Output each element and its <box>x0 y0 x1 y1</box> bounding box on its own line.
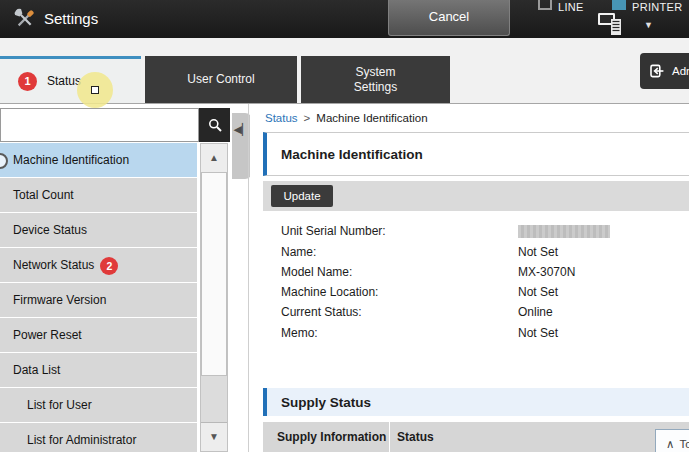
breadcrumb: Status>Machine Identification <box>265 112 428 124</box>
field-label-model: Model Name: <box>281 265 352 279</box>
breadcrumb-separator: > <box>304 112 311 124</box>
sidebar-item-list-for-administrator[interactable]: List for Administrator <box>0 423 197 452</box>
status-tab-badge: 1 <box>18 72 37 91</box>
breadcrumb-current: Machine Identification <box>316 112 427 124</box>
field-label-name: Name: <box>281 245 316 259</box>
sidebar-nav: Machine Identification Total Count Devic… <box>0 143 197 452</box>
tab-system-settings-label: System Settings <box>354 65 397 95</box>
supply-status-title: Supply Status <box>281 395 371 410</box>
search-button[interactable] <box>199 108 230 142</box>
sidebar-divider <box>248 104 249 452</box>
scrollbar-thumb[interactable] <box>201 172 227 376</box>
back-to-top-button[interactable]: ∧ Top <box>655 429 689 452</box>
top-bar: Settings Cancel LINE PRINTER ▼ <box>0 0 689 38</box>
network-status-badge: 2 <box>100 257 118 275</box>
tools-icon <box>13 7 37 31</box>
sidebar-collapse-handle[interactable]: ◀▏ <box>232 113 252 179</box>
breadcrumb-status-link[interactable]: Status <box>265 112 298 124</box>
sidebar-item-network-status[interactable]: Network Status2 <box>0 248 197 282</box>
tab-system-settings[interactable]: System Settings <box>301 56 450 103</box>
top-button-label: Top <box>679 438 689 450</box>
printer-checkbox[interactable] <box>612 0 626 10</box>
toolbar: Update <box>263 181 689 211</box>
printer-label: PRINTER <box>632 1 682 13</box>
sidebar: ◀▏ Machine Identification Total Count De… <box>0 104 248 452</box>
main-panel: Status>Machine Identification Machine Id… <box>250 104 689 452</box>
selected-bullet-icon <box>0 153 8 169</box>
column-status: Status <box>390 422 689 452</box>
sidebar-item-total-count[interactable]: Total Count <box>0 178 197 212</box>
supply-status-header: Supply Status <box>263 388 689 416</box>
sidebar-item-firmware-version[interactable]: Firmware Version <box>0 283 197 317</box>
page-title: Machine Identification <box>281 147 423 162</box>
field-value-memo: Not Set <box>518 326 558 340</box>
field-label-location: Machine Location: <box>281 285 378 299</box>
field-value-current-status: Online <box>518 305 553 319</box>
field-value-serial-redacted <box>518 225 610 238</box>
click-marker-square <box>91 86 99 94</box>
top-button-icon: ∧ <box>666 437 674 451</box>
sidebar-item-power-reset[interactable]: Power Reset <box>0 318 197 352</box>
field-value-model: MX-3070N <box>518 265 575 279</box>
field-label-current-status: Current Status: <box>281 305 362 319</box>
field-value-name: Not Set <box>518 245 558 259</box>
click-marker <box>77 72 113 108</box>
section-header: Machine Identification <box>263 132 689 176</box>
field-label-serial: Unit Serial Number: <box>281 224 386 238</box>
tab-user-control-label: User Control <box>187 72 254 87</box>
line-label: LINE <box>558 1 584 13</box>
admin-login-label: Admin Login <box>672 65 689 77</box>
scroll-up-icon[interactable]: ▲ <box>201 144 227 173</box>
printer-status-icon[interactable] <box>594 11 634 37</box>
search-icon <box>207 117 223 133</box>
line-checkbox[interactable] <box>538 0 552 10</box>
tab-status[interactable]: 1 Status <box>0 56 141 103</box>
column-supply-information: Supply Information <box>263 422 390 452</box>
sidebar-item-data-list[interactable]: Data List <box>0 353 197 387</box>
field-value-location: Not Set <box>518 285 558 299</box>
sidebar-item-list-for-user[interactable]: List for User <box>0 388 197 422</box>
app-title: Settings <box>44 0 98 38</box>
supply-table-header: Supply Information Status <box>263 422 689 452</box>
sidebar-item-machine-identification[interactable]: Machine Identification <box>0 143 197 177</box>
tab-status-label: Status <box>47 74 81 88</box>
update-button[interactable]: Update <box>271 185 333 207</box>
chevron-down-icon[interactable]: ▼ <box>644 20 653 30</box>
sidebar-item-device-status[interactable]: Device Status <box>0 213 197 247</box>
sidebar-scrollbar[interactable]: ▲ ▼ <box>200 143 228 452</box>
search-input[interactable] <box>0 108 199 142</box>
login-icon <box>649 63 665 79</box>
admin-login-button[interactable]: Admin Login <box>640 53 689 89</box>
tab-user-control[interactable]: User Control <box>145 56 297 103</box>
field-label-memo: Memo: <box>281 326 318 340</box>
settings-app: Settings Cancel LINE PRINTER ▼ 1 S <box>0 0 689 452</box>
cancel-button[interactable]: Cancel <box>388 0 510 36</box>
scroll-down-icon[interactable]: ▼ <box>201 422 227 451</box>
